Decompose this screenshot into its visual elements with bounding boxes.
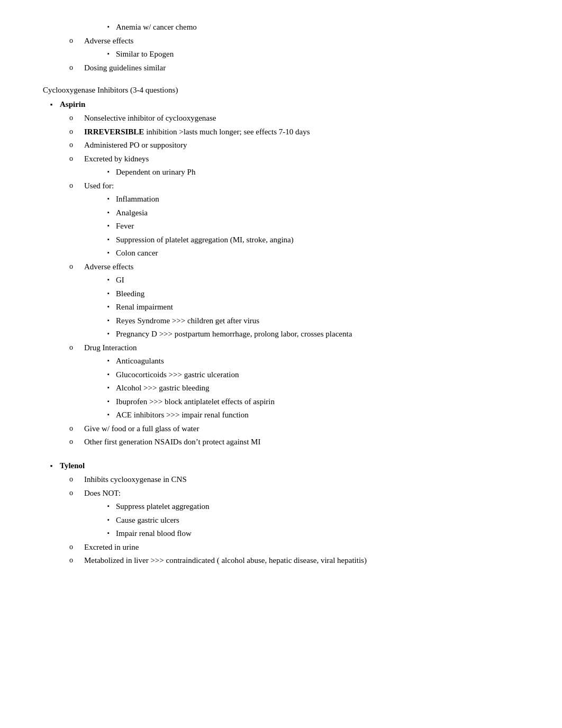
list-item: o Excreted by kidneys bbox=[69, 153, 519, 165]
bullet-icon: ▪ bbox=[101, 383, 116, 392]
bullet-icon: o bbox=[69, 112, 84, 123]
bullet-icon: o bbox=[69, 261, 84, 272]
item-text: Excreted in urine bbox=[84, 541, 519, 553]
bullet-icon: o bbox=[69, 62, 84, 73]
item-text: Dosing guidelines similar bbox=[84, 62, 519, 74]
item-text: Impair renal blood flow bbox=[116, 527, 519, 540]
item-text: Other first generation NSAIDs don’t prot… bbox=[84, 436, 519, 448]
item-text: Reyes Syndrome >>> children get after vi… bbox=[116, 315, 519, 327]
item-text: Colon cancer bbox=[116, 247, 519, 259]
section-header: Cyclooxygenase Inhibitors (3-4 questions… bbox=[43, 84, 519, 96]
list-item: ▪ Similar to Epogen bbox=[101, 48, 519, 60]
bullet-icon: o bbox=[69, 180, 84, 191]
bullet-icon: o bbox=[69, 541, 84, 552]
bullet-icon: ▪ bbox=[101, 529, 116, 538]
item-text: Adverse effects bbox=[84, 35, 519, 47]
list-item: o Excreted in urine bbox=[69, 541, 519, 553]
bullet-icon: ▪ bbox=[101, 329, 116, 338]
item-text: Nonselective inhibitor of cyclooxygenase bbox=[84, 112, 519, 124]
list-item: o Nonselective inhibitor of cyclooxygena… bbox=[69, 112, 519, 124]
item-text: Pregnancy D >>> postpartum hemorrhage, p… bbox=[116, 328, 519, 340]
bullet-icon: ▪ bbox=[101, 167, 116, 176]
list-item: ▪ Bleeding bbox=[101, 288, 519, 300]
list-item: ▪ Ibuprofen >>> block antiplatelet effec… bbox=[101, 396, 519, 408]
item-text: Glucocorticoids >>> gastric ulceration bbox=[116, 369, 519, 381]
bullet-icon: ▪ bbox=[43, 461, 60, 471]
bullet-icon: ▪ bbox=[101, 316, 116, 325]
bullet-icon: ▪ bbox=[101, 208, 116, 217]
item-text: ACE inhibitors >>> impair renal function bbox=[116, 409, 519, 421]
tylenol-label: Tylenol bbox=[60, 460, 519, 472]
item-text: Dependent on urinary Ph bbox=[116, 166, 519, 178]
main-content: ▪ Anemia w/ cancer chemo o Adverse effec… bbox=[43, 21, 519, 567]
list-item: ▪ Glucocorticoids >>> gastric ulceration bbox=[101, 369, 519, 381]
bullet-icon: ▪ bbox=[101, 22, 116, 31]
list-item: ▪ Reyes Syndrome >>> children get after … bbox=[101, 315, 519, 327]
list-item: ▪ Anticoagulants bbox=[101, 355, 519, 367]
bullet-icon: ▪ bbox=[101, 221, 116, 230]
item-text: Adverse effects bbox=[84, 261, 519, 273]
aspirin-heading: ▪ Aspirin bbox=[43, 98, 519, 111]
bullet-icon: ▪ bbox=[101, 502, 116, 511]
item-text: Does NOT: bbox=[84, 487, 519, 499]
list-item: ▪ Inflammation bbox=[101, 193, 519, 205]
list-item: o Adverse effects bbox=[69, 261, 519, 273]
list-item: ▪ Dependent on urinary Ph bbox=[101, 166, 519, 178]
bullet-icon: o bbox=[69, 126, 84, 137]
aspirin-label: Aspirin bbox=[60, 98, 519, 111]
item-text: Metabolized in liver >>> contraindicated… bbox=[84, 554, 519, 567]
item-text: Used for: bbox=[84, 180, 519, 192]
item-text: Anticoagulants bbox=[116, 355, 519, 367]
bullet-icon: ▪ bbox=[101, 370, 116, 379]
list-item: o Give w/ food or a full glass of water bbox=[69, 423, 519, 435]
bullet-icon: ▪ bbox=[101, 410, 116, 419]
bullet-icon: ▪ bbox=[101, 302, 116, 311]
list-item: o Does NOT: bbox=[69, 487, 519, 499]
item-text: Irreversible inhibition >lasts much long… bbox=[84, 126, 519, 138]
bullet-icon: ▪ bbox=[101, 275, 116, 284]
item-text: Give w/ food or a full glass of water bbox=[84, 423, 519, 435]
item-text: GI bbox=[116, 274, 519, 286]
item-text: Similar to Epogen bbox=[116, 48, 519, 60]
bullet-icon: ▪ bbox=[101, 356, 116, 365]
item-text: Suppression of platelet aggregation (MI,… bbox=[116, 234, 519, 246]
list-item: ▪ Suppress platelet aggregation bbox=[101, 501, 519, 513]
bullet-icon: o bbox=[69, 153, 84, 164]
bullet-icon: o bbox=[69, 423, 84, 434]
item-text: Alcohol >>> gastric bleeding bbox=[116, 382, 519, 394]
list-item: o Dosing guidelines similar bbox=[69, 62, 519, 74]
list-item: o Adverse effects bbox=[69, 35, 519, 47]
list-item: ▪ Analgesia bbox=[101, 207, 519, 219]
bullet-icon: o bbox=[69, 35, 84, 46]
bullet-icon: o bbox=[69, 474, 84, 485]
bullet-icon: ▪ bbox=[101, 235, 116, 244]
bullet-icon: o bbox=[69, 487, 84, 498]
list-item: ▪ Renal impairment bbox=[101, 301, 519, 313]
list-item: ▪ Colon cancer bbox=[101, 247, 519, 259]
bullet-icon: o bbox=[69, 554, 84, 566]
item-text: Analgesia bbox=[116, 207, 519, 219]
list-item: ▪ Pregnancy D >>> postpartum hemorrhage,… bbox=[101, 328, 519, 340]
item-text: Suppress platelet aggregation bbox=[116, 501, 519, 513]
intro-section: ▪ Anemia w/ cancer chemo o Adverse effec… bbox=[43, 21, 519, 74]
list-item: o Other first generation NSAIDs don’t pr… bbox=[69, 436, 519, 448]
bullet-icon: ▪ bbox=[101, 248, 116, 257]
bullet-icon: ▪ bbox=[101, 289, 116, 298]
item-text: Administered PO or suppository bbox=[84, 139, 519, 151]
list-item: ▪ Alcohol >>> gastric bleeding bbox=[101, 382, 519, 394]
bullet-icon: ▪ bbox=[43, 99, 60, 110]
item-text: Renal impairment bbox=[116, 301, 519, 313]
tylenol-heading: ▪ Tylenol bbox=[43, 460, 519, 472]
list-item: ▪ Suppression of platelet aggregation (M… bbox=[101, 234, 519, 246]
list-item: o Metabolized in liver >>> contraindicat… bbox=[69, 554, 519, 567]
list-item: o Inhibits cyclooxygenase in CNS bbox=[69, 474, 519, 486]
list-item: ▪ Anemia w/ cancer chemo bbox=[101, 21, 519, 33]
bullet-icon: o bbox=[69, 436, 84, 447]
list-item: o Drug Interaction bbox=[69, 342, 519, 354]
bullet-icon: o bbox=[69, 342, 84, 353]
item-text: Bleeding bbox=[116, 288, 519, 300]
list-item: o Administered PO or suppository bbox=[69, 139, 519, 151]
bullet-icon: ▪ bbox=[101, 49, 116, 58]
item-text: Drug Interaction bbox=[84, 342, 519, 354]
bullet-icon: ▪ bbox=[101, 515, 116, 524]
